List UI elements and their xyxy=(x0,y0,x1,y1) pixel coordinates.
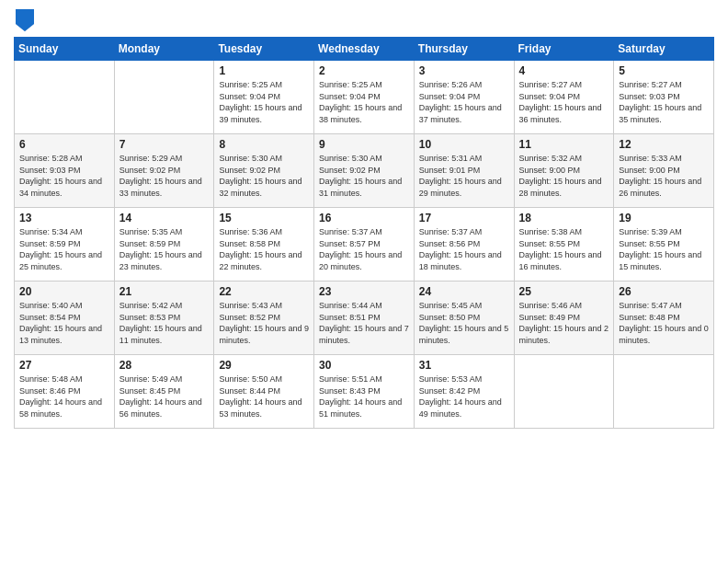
calendar-cell: 26Sunrise: 5:47 AM Sunset: 8:48 PM Dayli… xyxy=(614,282,714,355)
day-number: 30 xyxy=(319,359,409,372)
calendar-cell: 30Sunrise: 5:51 AM Sunset: 8:43 PM Dayli… xyxy=(314,355,415,429)
day-number: 24 xyxy=(419,285,509,298)
day-number: 14 xyxy=(119,212,210,224)
day-info: Sunrise: 5:37 AM Sunset: 8:56 PM Dayligh… xyxy=(419,226,509,272)
day-info: Sunrise: 5:37 AM Sunset: 8:57 PM Dayligh… xyxy=(319,226,409,272)
calendar-cell: 12Sunrise: 5:33 AM Sunset: 9:00 PM Dayli… xyxy=(614,134,714,208)
day-info: Sunrise: 5:28 AM Sunset: 9:03 PM Dayligh… xyxy=(19,153,109,199)
day-info: Sunrise: 5:38 AM Sunset: 8:55 PM Dayligh… xyxy=(519,226,609,272)
day-info: Sunrise: 5:44 AM Sunset: 8:51 PM Dayligh… xyxy=(319,300,409,346)
day-info: Sunrise: 5:53 AM Sunset: 8:42 PM Dayligh… xyxy=(419,373,509,419)
day-number: 15 xyxy=(219,212,309,224)
day-info: Sunrise: 5:45 AM Sunset: 8:50 PM Dayligh… xyxy=(419,300,509,346)
day-number: 22 xyxy=(219,285,309,298)
calendar-table: SundayMondayTuesdayWednesdayThursdayFrid… xyxy=(14,37,714,429)
day-info: Sunrise: 5:31 AM Sunset: 9:01 PM Dayligh… xyxy=(419,153,509,199)
calendar-cell xyxy=(114,61,214,134)
calendar-cell: 19Sunrise: 5:39 AM Sunset: 8:55 PM Dayli… xyxy=(614,208,714,282)
day-number: 11 xyxy=(519,138,609,151)
day-info: Sunrise: 5:26 AM Sunset: 9:04 PM Dayligh… xyxy=(419,79,509,125)
day-number: 9 xyxy=(319,138,409,151)
calendar-week-row: 27Sunrise: 5:48 AM Sunset: 8:46 PM Dayli… xyxy=(15,355,714,429)
day-number: 20 xyxy=(19,285,109,298)
calendar-week-row: 1Sunrise: 5:25 AM Sunset: 9:04 PM Daylig… xyxy=(15,61,714,134)
header xyxy=(14,9,714,29)
day-info: Sunrise: 5:27 AM Sunset: 9:03 PM Dayligh… xyxy=(619,79,709,125)
day-info: Sunrise: 5:25 AM Sunset: 9:04 PM Dayligh… xyxy=(319,79,409,125)
day-number: 31 xyxy=(419,359,509,372)
calendar-cell: 4Sunrise: 5:27 AM Sunset: 9:04 PM Daylig… xyxy=(514,61,614,134)
calendar-cell: 6Sunrise: 5:28 AM Sunset: 9:03 PM Daylig… xyxy=(15,134,115,208)
day-info: Sunrise: 5:36 AM Sunset: 8:58 PM Dayligh… xyxy=(219,226,309,272)
logo xyxy=(14,9,34,29)
calendar-cell: 21Sunrise: 5:42 AM Sunset: 8:53 PM Dayli… xyxy=(114,282,214,355)
calendar-week-row: 13Sunrise: 5:34 AM Sunset: 8:59 PM Dayli… xyxy=(15,208,714,282)
calendar-cell: 9Sunrise: 5:30 AM Sunset: 9:02 PM Daylig… xyxy=(314,134,415,208)
day-number: 18 xyxy=(519,212,609,224)
calendar-cell: 1Sunrise: 5:25 AM Sunset: 9:04 PM Daylig… xyxy=(214,61,314,134)
calendar-cell: 3Sunrise: 5:26 AM Sunset: 9:04 PM Daylig… xyxy=(414,61,514,134)
calendar-cell: 20Sunrise: 5:40 AM Sunset: 8:54 PM Dayli… xyxy=(15,282,115,355)
day-number: 12 xyxy=(619,138,709,151)
calendar-cell: 23Sunrise: 5:44 AM Sunset: 8:51 PM Dayli… xyxy=(314,282,415,355)
calendar-cell: 29Sunrise: 5:50 AM Sunset: 8:44 PM Dayli… xyxy=(214,355,314,429)
day-number: 8 xyxy=(219,138,309,151)
calendar-cell: 5Sunrise: 5:27 AM Sunset: 9:03 PM Daylig… xyxy=(614,61,714,134)
day-info: Sunrise: 5:43 AM Sunset: 8:52 PM Dayligh… xyxy=(219,300,309,346)
day-number: 4 xyxy=(519,64,609,77)
calendar-header-saturday: Saturday xyxy=(614,38,714,61)
calendar-cell: 7Sunrise: 5:29 AM Sunset: 9:02 PM Daylig… xyxy=(114,134,214,208)
day-number: 7 xyxy=(119,138,210,151)
day-number: 19 xyxy=(619,212,709,224)
calendar-cell: 13Sunrise: 5:34 AM Sunset: 8:59 PM Dayli… xyxy=(15,208,115,282)
day-info: Sunrise: 5:25 AM Sunset: 9:04 PM Dayligh… xyxy=(219,79,309,125)
day-number: 29 xyxy=(219,359,309,372)
day-number: 10 xyxy=(419,138,509,151)
day-info: Sunrise: 5:34 AM Sunset: 8:59 PM Dayligh… xyxy=(19,226,109,272)
day-info: Sunrise: 5:32 AM Sunset: 9:00 PM Dayligh… xyxy=(519,153,609,199)
day-number: 16 xyxy=(319,212,409,224)
day-info: Sunrise: 5:40 AM Sunset: 8:54 PM Dayligh… xyxy=(19,300,109,346)
day-info: Sunrise: 5:46 AM Sunset: 8:49 PM Dayligh… xyxy=(519,300,609,346)
day-info: Sunrise: 5:27 AM Sunset: 9:04 PM Dayligh… xyxy=(519,79,609,125)
day-number: 2 xyxy=(319,64,409,77)
day-number: 28 xyxy=(119,359,210,372)
calendar-cell: 25Sunrise: 5:46 AM Sunset: 8:49 PM Dayli… xyxy=(514,282,614,355)
day-info: Sunrise: 5:48 AM Sunset: 8:46 PM Dayligh… xyxy=(19,373,109,419)
calendar-cell xyxy=(614,355,714,429)
calendar-cell: 22Sunrise: 5:43 AM Sunset: 8:52 PM Dayli… xyxy=(214,282,314,355)
calendar-cell: 15Sunrise: 5:36 AM Sunset: 8:58 PM Dayli… xyxy=(214,208,314,282)
day-info: Sunrise: 5:30 AM Sunset: 9:02 PM Dayligh… xyxy=(219,153,309,199)
page: SundayMondayTuesdayWednesdayThursdayFrid… xyxy=(0,0,728,563)
day-number: 5 xyxy=(619,64,709,77)
day-info: Sunrise: 5:35 AM Sunset: 8:59 PM Dayligh… xyxy=(119,226,210,272)
calendar-cell: 8Sunrise: 5:30 AM Sunset: 9:02 PM Daylig… xyxy=(214,134,314,208)
calendar-header-wednesday: Wednesday xyxy=(314,38,415,61)
day-number: 25 xyxy=(519,285,609,298)
svg-marker-1 xyxy=(16,9,34,31)
calendar-header-monday: Monday xyxy=(114,38,214,61)
calendar-header-sunday: Sunday xyxy=(15,38,115,61)
day-number: 27 xyxy=(19,359,109,372)
day-info: Sunrise: 5:47 AM Sunset: 8:48 PM Dayligh… xyxy=(619,300,709,346)
calendar-cell: 10Sunrise: 5:31 AM Sunset: 9:01 PM Dayli… xyxy=(414,134,514,208)
calendar-cell: 11Sunrise: 5:32 AM Sunset: 9:00 PM Dayli… xyxy=(514,134,614,208)
calendar-header-friday: Friday xyxy=(514,38,614,61)
day-info: Sunrise: 5:49 AM Sunset: 8:45 PM Dayligh… xyxy=(119,373,210,419)
calendar-cell: 2Sunrise: 5:25 AM Sunset: 9:04 PM Daylig… xyxy=(314,61,415,134)
calendar-cell xyxy=(514,355,614,429)
day-number: 21 xyxy=(119,285,210,298)
day-info: Sunrise: 5:30 AM Sunset: 9:02 PM Dayligh… xyxy=(319,153,409,199)
calendar-cell xyxy=(15,61,115,134)
calendar-header-thursday: Thursday xyxy=(414,38,514,61)
calendar-cell: 18Sunrise: 5:38 AM Sunset: 8:55 PM Dayli… xyxy=(514,208,614,282)
day-number: 17 xyxy=(419,212,509,224)
logo-icon xyxy=(16,9,34,31)
day-info: Sunrise: 5:29 AM Sunset: 9:02 PM Dayligh… xyxy=(119,153,210,199)
calendar-cell: 28Sunrise: 5:49 AM Sunset: 8:45 PM Dayli… xyxy=(114,355,214,429)
day-info: Sunrise: 5:39 AM Sunset: 8:55 PM Dayligh… xyxy=(619,226,709,272)
day-info: Sunrise: 5:50 AM Sunset: 8:44 PM Dayligh… xyxy=(219,373,309,419)
day-number: 1 xyxy=(219,64,309,77)
day-number: 26 xyxy=(619,285,709,298)
calendar-week-row: 20Sunrise: 5:40 AM Sunset: 8:54 PM Dayli… xyxy=(15,282,714,355)
